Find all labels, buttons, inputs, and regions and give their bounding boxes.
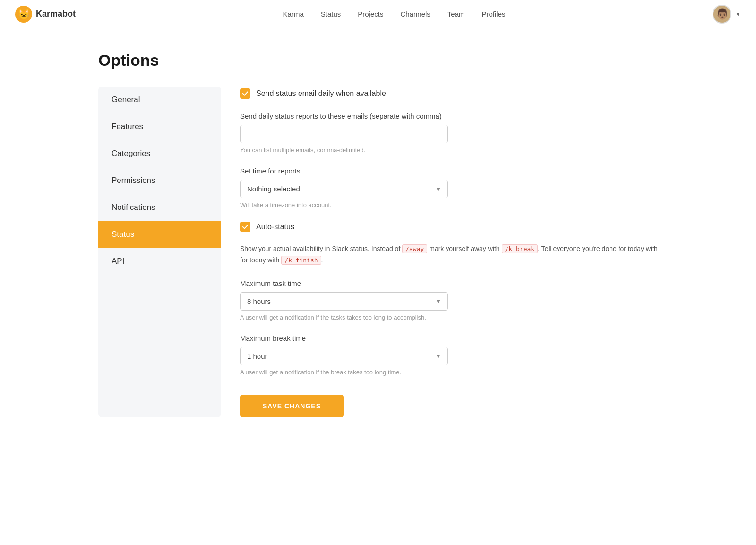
time-report-group: Set time for reports Nothing selected 12…	[240, 167, 658, 208]
checkmark-icon	[242, 90, 249, 97]
nav-profiles[interactable]: Profiles	[482, 10, 506, 18]
autostatus-checkmark-icon	[242, 224, 249, 230]
brand-name: Karmabot	[36, 9, 76, 19]
autostatus-desc-for-today: for today with	[240, 256, 281, 264]
autostatus-desc-post: . Tell everyone you're done for today wi…	[538, 245, 658, 252]
email-input-group: Send daily status reports to these email…	[240, 112, 658, 154]
email-input[interactable]	[240, 125, 448, 143]
autostatus-checkbox[interactable]	[240, 222, 250, 232]
page-container: Options General Features Categories Perm…	[76, 28, 680, 440]
nav-channels[interactable]: Channels	[400, 10, 430, 18]
autostatus-code1: /away	[402, 244, 427, 253]
navbar: 😺 Karmabot Karma Status Projects Channel…	[0, 0, 756, 28]
email-checkbox-label: Send status email daily when available	[256, 89, 386, 98]
max-break-group: Maximum break time 30 minutes 1 hour 2 h…	[240, 334, 658, 376]
email-checkbox-row: Send status email daily when available	[240, 88, 658, 99]
navbar-right: 👨🏽 ▼	[713, 5, 741, 24]
time-report-label: Set time for reports	[240, 167, 658, 175]
max-task-group: Maximum task time 1 hour 2 hours 4 hours…	[240, 279, 658, 321]
sidebar-item-general[interactable]: General	[98, 87, 221, 113]
autostatus-desc-pre: Show your actual availability in Slack s…	[240, 245, 402, 252]
sidebar-item-api[interactable]: API	[98, 248, 221, 275]
brand-logo: 😺	[15, 6, 32, 23]
email-checkbox[interactable]	[240, 88, 250, 99]
sidebar-item-features[interactable]: Features	[98, 113, 221, 140]
user-avatar[interactable]: 👨🏽	[713, 5, 731, 24]
autostatus-desc-end: .	[321, 256, 323, 264]
autostatus-description: Show your actual availability in Slack s…	[240, 243, 658, 266]
nav-status[interactable]: Status	[321, 10, 341, 18]
max-break-hint: A user will get a notification if the br…	[240, 369, 658, 376]
page-title: Options	[98, 51, 658, 69]
max-break-label: Maximum break time	[240, 334, 658, 342]
nav-projects[interactable]: Projects	[358, 10, 383, 18]
autostatus-code3: /k finish	[281, 256, 321, 265]
sidebar-item-categories[interactable]: Categories	[98, 140, 221, 167]
brand: 😺 Karmabot	[15, 6, 76, 23]
time-report-select-wrapper: Nothing selected 12:00 AM 6:00 AM 9:00 A…	[240, 180, 448, 198]
sidebar-item-permissions[interactable]: Permissions	[98, 167, 221, 194]
max-task-select-wrapper: 1 hour 2 hours 4 hours 8 hours 16 hours …	[240, 292, 448, 311]
autostatus-checkbox-label: Auto-status	[256, 223, 294, 231]
time-report-select[interactable]: Nothing selected 12:00 AM 6:00 AM 9:00 A…	[240, 180, 448, 198]
email-field-label: Send daily status reports to these email…	[240, 112, 658, 120]
email-hint: You can list multiple emails, comma-deli…	[240, 147, 658, 154]
time-report-hint: Will take a timezone into account.	[240, 201, 658, 208]
save-button[interactable]: SAVE CHANGES	[240, 395, 344, 417]
nav-team[interactable]: Team	[447, 10, 465, 18]
autostatus-checkbox-row: Auto-status	[240, 222, 658, 232]
autostatus-code2: /k break	[502, 244, 538, 253]
navbar-links: Karma Status Projects Channels Team Prof…	[283, 10, 506, 18]
max-break-select-wrapper: 30 minutes 1 hour 2 hours 4 hours ▼	[240, 347, 448, 365]
max-task-hint: A user will get a notification if the ta…	[240, 314, 658, 321]
max-task-select[interactable]: 1 hour 2 hours 4 hours 8 hours 16 hours	[240, 292, 448, 311]
content-layout: General Features Categories Permissions …	[98, 87, 658, 417]
max-task-label: Maximum task time	[240, 279, 658, 287]
nav-karma[interactable]: Karma	[283, 10, 304, 18]
avatar-dropdown-icon[interactable]: ▼	[735, 11, 741, 17]
main-content: Send status email daily when available S…	[240, 87, 658, 417]
max-break-select[interactable]: 30 minutes 1 hour 2 hours 4 hours	[240, 347, 448, 365]
sidebar-item-status[interactable]: Status	[98, 221, 221, 248]
autostatus-desc-mid: mark yourself away with	[427, 245, 501, 252]
sidebar-item-notifications[interactable]: Notifications	[98, 194, 221, 221]
brand-icon: 😺	[18, 9, 30, 20]
sidebar: General Features Categories Permissions …	[98, 87, 221, 417]
